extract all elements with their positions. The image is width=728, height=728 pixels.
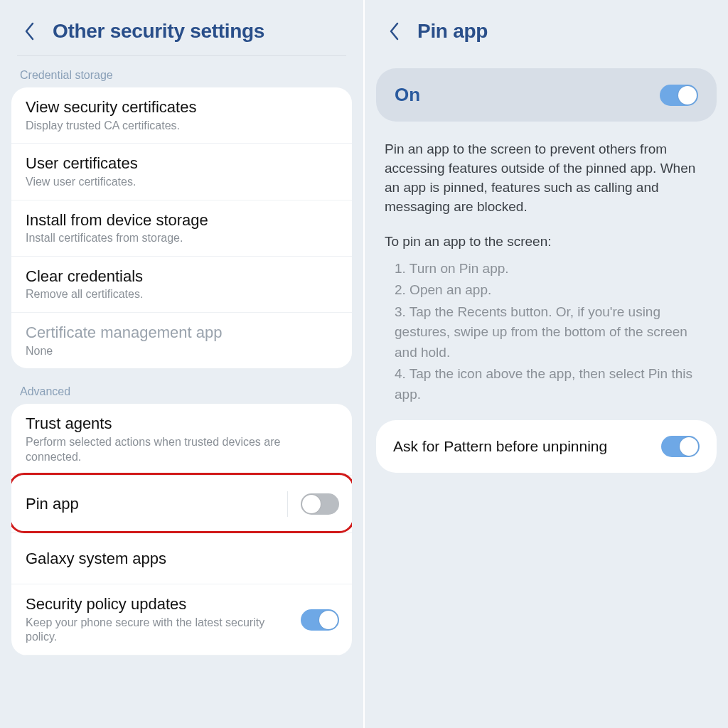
row-title: Install from device storage xyxy=(26,210,339,230)
panel-pin-app: Pin app On Pin an app to the screen to p… xyxy=(365,0,728,728)
card-advanced: Trust agents Perform selected actions wh… xyxy=(11,404,352,655)
page-title: Pin app xyxy=(417,20,488,43)
row-certificate-management-app[interactable]: Certificate management app None xyxy=(11,313,352,368)
row-sub: None xyxy=(26,344,339,359)
pin-app-master-toggle[interactable] xyxy=(660,85,698,106)
panel-other-security-settings: Other security settings Credential stora… xyxy=(0,0,365,728)
row-sub: Keep your phone secure with the latest s… xyxy=(26,616,294,646)
step-3: 3. Tap the Recents button. Or, if you're… xyxy=(395,302,708,363)
row-title: Certificate management app xyxy=(26,323,339,343)
row-clear-credentials[interactable]: Clear credentials Remove all certificate… xyxy=(11,257,352,313)
row-ask-pattern[interactable]: Ask for Pattern before unpinning xyxy=(376,420,717,473)
row-title: Clear credentials xyxy=(26,267,339,287)
row-install-from-storage[interactable]: Install from device storage Install cert… xyxy=(11,200,352,257)
divider-icon xyxy=(287,491,288,517)
row-title: Pin app xyxy=(26,494,280,514)
back-icon[interactable] xyxy=(20,21,40,41)
ask-pattern-toggle[interactable] xyxy=(661,436,700,457)
on-banner: On xyxy=(376,68,717,122)
row-title: View security certificates xyxy=(26,97,339,117)
step-1: 1. Turn on Pin app. xyxy=(395,259,708,279)
steps-title: To pin an app to the screen: xyxy=(365,220,728,256)
row-galaxy-system-apps[interactable]: Galaxy system apps xyxy=(11,533,352,585)
row-sub: Perform selected actions when trusted de… xyxy=(26,435,339,465)
steps-list: 1. Turn on Pin app. 2. Open an app. 3. T… xyxy=(365,256,728,421)
row-sub: Install certificates from storage. xyxy=(26,231,339,246)
back-icon[interactable] xyxy=(385,21,405,41)
row-user-certificates[interactable]: User certificates View user certificates… xyxy=(11,144,352,200)
row-view-security-certificates[interactable]: View security certificates Display trust… xyxy=(11,87,352,144)
row-title: Galaxy system apps xyxy=(26,549,339,569)
on-label: On xyxy=(395,84,660,106)
section-label-advanced: Advanced xyxy=(0,378,363,404)
row-title: Ask for Pattern before unpinning xyxy=(393,438,661,455)
card-credential-storage: View security certificates Display trust… xyxy=(11,87,352,368)
row-title: User certificates xyxy=(26,154,339,173)
row-sub: View user certificates. xyxy=(26,175,339,190)
row-security-policy-updates[interactable]: Security policy updates Keep your phone … xyxy=(11,584,352,655)
section-label-credential-storage: Credential storage xyxy=(0,62,363,87)
security-policy-toggle[interactable] xyxy=(301,609,339,631)
row-trust-agents[interactable]: Trust agents Perform selected actions wh… xyxy=(11,404,352,475)
header: Other security settings xyxy=(0,6,363,55)
row-sub: Display trusted CA certificates. xyxy=(26,119,339,134)
step-2: 2. Open an app. xyxy=(395,280,708,301)
row-title: Trust agents xyxy=(26,414,339,434)
page-title: Other security settings xyxy=(53,20,264,43)
description-text: Pin an app to the screen to prevent othe… xyxy=(365,129,728,220)
row-title: Security policy updates xyxy=(26,594,294,614)
pin-app-toggle[interactable] xyxy=(301,493,339,515)
row-pin-app[interactable]: Pin app xyxy=(11,476,352,533)
divider xyxy=(17,55,346,56)
step-4: 4. Tap the icon above the app, then sele… xyxy=(395,364,708,405)
row-sub: Remove all certificates. xyxy=(26,287,339,302)
header: Pin app xyxy=(365,6,728,55)
